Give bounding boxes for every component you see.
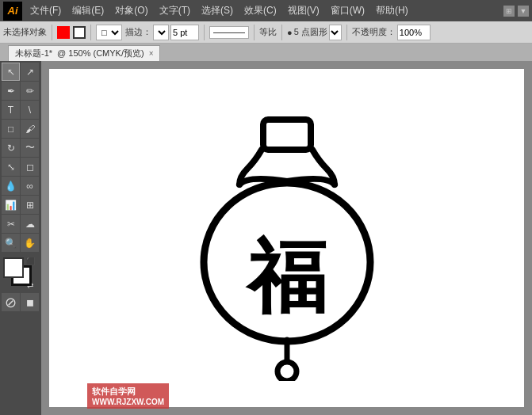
watermark: 软件自学网 WWW.RJZXW.COM <box>87 383 169 409</box>
divider-4 <box>254 25 255 40</box>
tool-row-7: 💧 ∞ <box>2 177 40 195</box>
menu-view[interactable]: 视图(V) <box>283 2 324 19</box>
fill-color-swatch[interactable] <box>57 26 70 39</box>
stroke-color-swatch[interactable] <box>73 26 86 39</box>
menu-text[interactable]: 文字(T) <box>155 2 195 19</box>
selection-tool[interactable]: ↖ <box>2 63 20 81</box>
grid-icon[interactable]: ⊞ <box>503 6 515 17</box>
symbol-sprayer[interactable]: ☁ <box>21 215 39 233</box>
tab-close-button[interactable]: × <box>149 49 154 58</box>
paintbrush-tool[interactable]: 🖌 <box>21 120 39 138</box>
tab-subtitle: @ 150% (CMYK/预览) <box>57 48 144 59</box>
stroke-label: 描边： <box>125 25 199 40</box>
tab-title: 未标题-1* <box>15 48 52 59</box>
color-mode-icon[interactable]: ◼ <box>21 293 39 311</box>
color-fill-area: ⬛ ⇄ <box>2 256 40 291</box>
tool-row-8: 📊 ⊞ <box>2 196 40 214</box>
menu-help[interactable]: 帮助(H) <box>371 2 413 19</box>
slice-tool[interactable]: ✂ <box>2 215 20 233</box>
pen-tool[interactable]: ✒ <box>2 82 20 100</box>
divider-3 <box>204 25 205 40</box>
no-selection-label: 未选择对象 <box>3 26 47 38</box>
tool-row-3: T \ <box>2 101 40 119</box>
opacity-label: 不透明度： <box>352 25 431 40</box>
divider-2 <box>90 25 91 40</box>
direct-selection-tool[interactable]: ↗ <box>21 63 39 81</box>
fill-box[interactable] <box>3 257 24 278</box>
eraser-tool[interactable]: ◻ <box>21 158 39 176</box>
toolbox: ↖ ↗ ✒ ✏ T \ □ 🖌 ↻ 〜 ⤡ ◻ 💧 ∞ <box>0 61 41 415</box>
menu-window[interactable]: 窗口(W) <box>326 2 369 19</box>
divider-6 <box>346 25 347 40</box>
hand-tool[interactable]: ✋ <box>21 234 39 252</box>
menu-effect[interactable]: 效果(C) <box>239 2 281 19</box>
points-circle-label: ● 5 点圆形 <box>287 25 342 40</box>
menu-file[interactable]: 文件(F) <box>25 2 66 19</box>
fortune-bag-illustration: 福 <box>176 96 398 381</box>
document-tab[interactable]: 未标题-1* @ 150% (CMYK/预览) × <box>8 45 160 61</box>
svg-text:福: 福 <box>245 233 327 321</box>
line-tool[interactable]: \ <box>21 101 39 119</box>
menu-bar: 文件(F) 编辑(E) 对象(O) 文字(T) 选择(S) 效果(C) 视图(V… <box>25 2 503 19</box>
tool-row-2: ✒ ✏ <box>2 82 40 100</box>
shape-select[interactable]: □ <box>96 25 122 40</box>
tool-row-9: ✂ ☁ <box>2 215 40 233</box>
stroke-dropdown[interactable] <box>153 25 169 40</box>
canvas-bg: 福 <box>49 69 524 407</box>
zoom-tool[interactable]: 🔍 <box>2 234 20 252</box>
opacity-input[interactable] <box>397 25 431 40</box>
menu-select[interactable]: 选择(S) <box>197 2 238 19</box>
watermark-line2: WWW.RJZXW.COM <box>92 398 164 406</box>
tool-row-10: 🔍 ✋ <box>2 234 40 252</box>
title-bar: Ai 文件(F) 编辑(E) 对象(O) 文字(T) 选择(S) 效果(C) 视… <box>0 0 532 21</box>
eyedropper-tool[interactable]: 💧 <box>2 177 20 195</box>
equal-ratio-label: 等比 <box>259 26 277 38</box>
menu-edit[interactable]: 编辑(E) <box>67 2 109 19</box>
points-dropdown[interactable] <box>329 25 342 40</box>
stroke-line-preview: ———— <box>209 26 249 39</box>
tool-row-4: □ 🖌 <box>2 120 40 138</box>
no-fill-row: ⊘ ◼ <box>2 293 40 311</box>
color-boxes: ⬛ <box>3 257 35 289</box>
window-controls: ⊞ ▼ <box>503 6 529 17</box>
scale-tool[interactable]: ⤡ <box>2 158 20 176</box>
divider-1 <box>52 25 52 40</box>
svg-point-4 <box>277 362 297 381</box>
blend-tool[interactable]: ∞ <box>21 177 39 195</box>
menu-object[interactable]: 对象(O) <box>110 2 152 19</box>
rotate-tool[interactable]: ↻ <box>2 139 20 157</box>
watermark-line1: 软件自学网 <box>92 386 164 398</box>
chevron-down-icon[interactable]: ▼ <box>518 6 529 17</box>
tool-row-6: ⤡ ◻ <box>2 158 40 176</box>
no-fill-icon[interactable]: ⊘ <box>2 293 20 311</box>
divider-5 <box>281 25 282 40</box>
ai-logo: Ai <box>3 2 22 21</box>
column-graph-tool[interactable]: 📊 <box>2 196 20 214</box>
rectangle-tool[interactable]: □ <box>2 120 20 138</box>
type-tool[interactable]: T <box>2 101 20 119</box>
warp-tool[interactable]: 〜 <box>21 139 39 157</box>
toolbar: 未选择对象 □ 描边： ———— 等比 ● 5 点圆形 不透明度： <box>0 21 532 44</box>
pencil-tool[interactable]: ✏ <box>21 82 39 100</box>
svg-rect-0 <box>263 120 311 150</box>
default-colors-icon[interactable]: ⬛ <box>26 257 35 265</box>
main-area: ↖ ↗ ✒ ✏ T \ □ 🖌 ↻ 〜 ⤡ ◻ 💧 ∞ <box>0 61 532 415</box>
tool-row-1: ↖ ↗ <box>2 63 40 81</box>
canvas-area: 福 软件自学网 WWW.RJZXW.COM <box>41 61 532 415</box>
stroke-value-input[interactable] <box>170 25 199 40</box>
tab-bar: 未标题-1* @ 150% (CMYK/预览) × <box>0 44 532 61</box>
tool-row-5: ↻ 〜 <box>2 139 40 157</box>
artboard-tool[interactable]: ⊞ <box>21 196 39 214</box>
